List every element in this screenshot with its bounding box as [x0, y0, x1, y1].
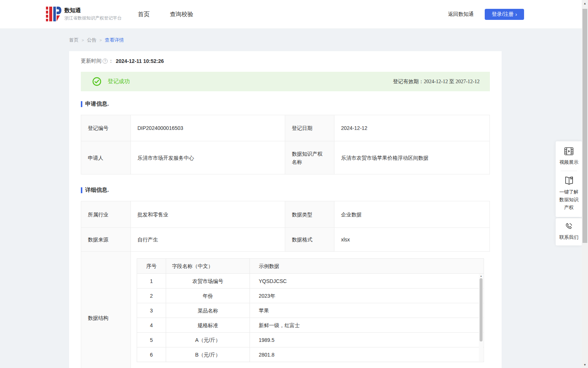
top-header-bar: 数知通 浙江省数据知识产权登记平台 首页 查询校验 返回数知通 登录/注册 › [0, 0, 588, 29]
table-row: 申请人 乐清市市场开发服务中心 数据知识产权名称 乐清市农贸市场苹果价格浮动区间… [81, 141, 490, 174]
table-row: 所属行业 批发和零售业 数据类型 企业数据 [81, 201, 490, 227]
cell-field-name: B（元/斤） [166, 347, 250, 362]
float-item-label: 一键了解 数据知识 产权 [559, 188, 578, 211]
cell-field-name: 规格标准 [166, 318, 250, 332]
login-register-label: 登录/注册 [492, 11, 514, 18]
book-icon [564, 176, 574, 185]
cell-value-data-format: xlsx [334, 228, 490, 251]
col-header-index: 序号 [137, 259, 166, 273]
cell-label-data-type: 数据类型 [285, 201, 334, 227]
table-row: 登记编号 DIP2024000016503 登记日期 2024-12-12 [81, 115, 490, 141]
label-line: 产权 [559, 204, 578, 211]
detail-info-table: 所属行业 批发和零售业 数据类型 企业数据 数据来源 自行产生 数据格式 xls… [81, 201, 490, 368]
float-item-contact-us[interactable]: 联系我们 [559, 222, 578, 241]
cell-value-registration-no: DIP2024000016503 [131, 115, 285, 141]
cell-label-industry: 所属行业 [81, 201, 131, 227]
section-accent-bar [81, 187, 82, 193]
section-title-detail-info: 详细信息. [81, 187, 109, 194]
phone-icon [564, 222, 573, 231]
cell-index: 1 [137, 274, 166, 288]
ip-logo-icon [46, 6, 61, 22]
video-icon [564, 147, 574, 156]
table-row-data-structure: 数据结构 序号 字段名称（中文） 示例数据 1 农贸市场编号 YQSDJCSC [81, 251, 490, 368]
update-time-value: 2024-12-11 10:52:26 [116, 58, 164, 64]
section-accent-bar [81, 101, 82, 107]
float-contact-card: 联系我们 [556, 218, 582, 245]
cell-label-registration-date: 登记日期 [285, 115, 334, 141]
cell-value-data-source: 自行产生 [131, 228, 285, 251]
float-item-label: 联系我们 [559, 233, 578, 241]
page-scrollbar[interactable]: ▲ ▼ [582, 0, 588, 368]
cell-value-dip-name: 乐清市农贸市场苹果价格浮动区间数据 [334, 141, 490, 174]
float-item-learn-dip[interactable]: 一键了解 数据知识 产权 [559, 176, 578, 211]
return-portal-link[interactable]: 返回数知通 [448, 0, 474, 29]
data-structure-row: 2 年份 2023年 [137, 288, 484, 303]
cell-field-name: 农贸市场编号 [166, 274, 250, 288]
breadcrumb-home[interactable]: 首页 [69, 37, 79, 43]
nav-item-home[interactable]: 首页 [138, 0, 150, 29]
update-time-row: 更新时间 ? ： 2024-12-11 10:52:26 [81, 58, 164, 64]
breadcrumb: 首页 > 公告 > 查看详情 [69, 37, 124, 43]
table-row: 数据来源 自行产生 数据格式 xlsx [81, 227, 490, 251]
validity-label: 登记有效期： [393, 78, 424, 84]
scroll-up-arrow-icon[interactable]: ▲ [479, 274, 483, 278]
detail-content-card: 更新时间 ? ： 2024-12-11 10:52:26 登记成功 登记有效期：… [69, 51, 502, 368]
divider [561, 171, 577, 171]
section-title-application-info: 申请信息. [81, 100, 109, 107]
data-structure-row: 3 菜品名称 苹果 [137, 303, 484, 318]
data-structure-row: 6 B（元/斤） 2801.8 [137, 347, 484, 362]
cell-index: 3 [137, 303, 166, 318]
page-scrollbar-thumb[interactable] [582, 9, 587, 243]
data-structure-table: 序号 字段名称（中文） 示例数据 1 农贸市场编号 YQSDJCSC 2 年份 [137, 258, 484, 362]
brand-logo[interactable]: 数知通 浙江省数据知识产权登记平台 [46, 6, 122, 22]
cell-value-data-type: 企业数据 [334, 201, 490, 227]
data-structure-row: 1 农贸市场编号 YQSDJCSC [137, 273, 484, 288]
cell-field-name: 年份 [166, 289, 250, 303]
cell-sample-data: 苹果 [250, 303, 484, 318]
cell-value-data-structure: 序号 字段名称（中文） 示例数据 1 农贸市场编号 YQSDJCSC 2 年份 [131, 252, 490, 368]
section-title-text: 申请信息. [85, 100, 109, 107]
cell-sample-data: 2023年 [250, 289, 484, 303]
float-item-label: 视频展示 [559, 158, 578, 166]
cell-label-data-structure: 数据结构 [81, 252, 131, 368]
col-header-field-name: 字段名称（中文） [166, 259, 250, 273]
label-line: 数据知识 [559, 196, 578, 204]
help-question-icon[interactable]: ? [103, 59, 108, 64]
application-info-table: 登记编号 DIP2024000016503 登记日期 2024-12-12 申请… [81, 115, 490, 174]
cell-label-data-source: 数据来源 [81, 228, 131, 251]
cell-field-name: 菜品名称 [166, 303, 250, 318]
nav-item-query-verify[interactable]: 查询校验 [170, 0, 193, 29]
float-item-video-demo[interactable]: 视频展示 [559, 147, 578, 166]
cell-sample-data: 新鲜一级，红富士 [250, 318, 484, 332]
page: 数知通 浙江省数据知识产权登记平台 首页 查询校验 返回数知通 登录/注册 › … [0, 0, 588, 368]
cell-sample-data: 1989.5 [250, 333, 484, 347]
data-structure-header-row: 序号 字段名称（中文） 示例数据 [137, 259, 484, 273]
scrollbar-up-arrow-icon[interactable]: ▲ [582, 0, 588, 6]
brand-title: 数知通 [64, 7, 122, 14]
login-register-button[interactable]: 登录/注册 › [485, 9, 524, 20]
validity-value: 2024-12-12 至 2027-12-12 [424, 79, 480, 84]
label-line: 一键了解 [559, 188, 578, 196]
cell-label-registration-no: 登记编号 [81, 115, 131, 141]
breadcrumb-announcement[interactable]: 公告 [87, 37, 96, 43]
update-time-label: 更新时间 [81, 58, 101, 64]
chevron-right-icon: › [515, 11, 517, 17]
cell-label-data-format: 数据格式 [285, 228, 334, 251]
cell-field-name: A（元/斤） [166, 333, 250, 347]
cell-index: 4 [137, 318, 166, 332]
breadcrumb-separator-icon: > [82, 38, 84, 42]
inner-scrollbar-thumb[interactable] [480, 278, 483, 342]
cell-index: 2 [137, 289, 166, 303]
cell-value-registration-date: 2024-12-12 [334, 115, 490, 141]
scrollbar-down-arrow-icon[interactable]: ▼ [582, 362, 588, 368]
inner-table-scrollbar[interactable]: ▲ [479, 274, 483, 361]
col-header-sample-data: 示例数据 [250, 259, 484, 273]
check-circle-icon [92, 77, 101, 86]
breadcrumb-separator-icon: > [99, 38, 101, 42]
breadcrumb-current-detail[interactable]: 查看详情 [105, 37, 124, 43]
validity-period: 登记有效期：2024-12-12 至 2027-12-12 [393, 78, 480, 85]
status-success-text: 登记成功 [108, 78, 130, 85]
cell-value-industry: 批发和零售业 [131, 201, 285, 227]
data-structure-row: 5 A（元/斤） 1989.5 [137, 332, 484, 347]
float-menu-card: 视频展示 一键了解 数据知识 产权 [556, 141, 582, 217]
